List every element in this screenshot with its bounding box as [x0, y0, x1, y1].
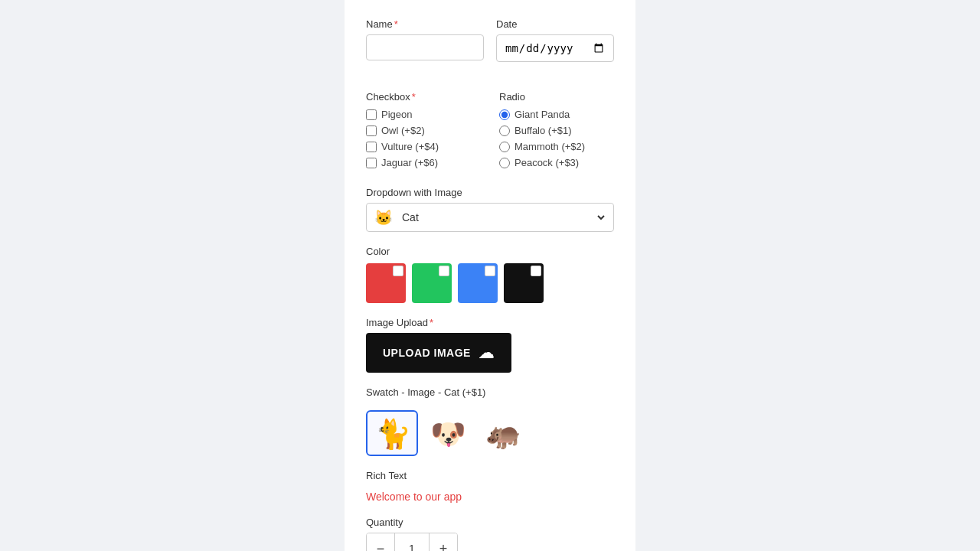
radio-buffalo-label: Buffalo (+$1) — [514, 125, 572, 136]
color-section: Color — [366, 246, 614, 303]
radio-peacock[interactable] — [499, 158, 510, 168]
color-swatch-green[interactable] — [412, 263, 452, 303]
swatch-images-container: 🐈 🐶 🦛 — [366, 410, 614, 456]
swatch-image-cat[interactable]: 🐈 — [366, 410, 418, 456]
swatch-image-label: Swatch - Image - Cat (+$1) — [366, 386, 614, 398]
rich-text-content: Welcome to our app — [366, 491, 614, 503]
swatch-image-hippo[interactable]: 🦛 — [476, 410, 528, 456]
radio-giant-panda[interactable] — [499, 109, 510, 120]
upload-image-button[interactable]: UPLOAD IMAGE ☁ — [366, 333, 511, 373]
rich-text-section: Rich Text Welcome to our app — [366, 470, 614, 503]
radio-item-mammoth[interactable]: Mammoth (+$2) — [499, 141, 614, 152]
radio-giant-panda-label: Giant Panda — [514, 109, 570, 120]
radio-item-buffalo[interactable]: Buffalo (+$1) — [499, 125, 614, 136]
radio-label: Radio — [499, 91, 614, 103]
checkbox-jaguar[interactable] — [366, 158, 377, 168]
color-swatch-black[interactable] — [504, 263, 544, 303]
quantity-increment-button[interactable]: + — [430, 533, 457, 551]
rich-text-label: Rich Text — [366, 470, 614, 481]
checkbox-label: Checkbox* — [366, 91, 481, 103]
swatch-image-section: Swatch - Image - Cat (+$1) 🐈 🐶 🦛 — [366, 386, 614, 456]
cat-icon: 🐱 — [373, 207, 394, 228]
svg-text:🐱: 🐱 — [374, 209, 394, 227]
checkbox-item-owl[interactable]: Owl (+$2) — [366, 125, 481, 136]
swatch-image-dog[interactable]: 🐶 — [421, 410, 473, 456]
color-swatches — [366, 263, 614, 303]
radio-item-peacock[interactable]: Peacock (+$3) — [499, 157, 614, 168]
date-input[interactable] — [496, 34, 614, 62]
svg-text:🦛: 🦛 — [485, 417, 521, 452]
radio-mammoth-label: Mammoth (+$2) — [514, 141, 585, 152]
checkbox-item-pigeon[interactable]: Pigeon — [366, 109, 481, 120]
quantity-label: Quantity — [366, 517, 614, 528]
color-swatch-red[interactable] — [366, 263, 406, 303]
checkbox-pigeon[interactable] — [366, 109, 377, 120]
image-upload-label: Image Upload* — [366, 317, 614, 328]
quantity-value: 1 — [394, 533, 430, 551]
radio-mammoth[interactable] — [499, 142, 510, 152]
svg-text:🐶: 🐶 — [430, 417, 466, 452]
name-label: Name* — [366, 18, 484, 30]
image-upload-section: Image Upload* UPLOAD IMAGE ☁ — [366, 317, 614, 373]
name-input[interactable] — [366, 34, 484, 60]
checkbox-vulture-label: Vulture (+$4) — [381, 141, 439, 152]
checkbox-pigeon-label: Pigeon — [381, 109, 412, 120]
green-swatch-checkbox — [439, 266, 449, 276]
quantity-decrement-button[interactable]: − — [367, 533, 394, 551]
checkbox-section: Checkbox* Pigeon Owl (+$2) Vulture (+$4)… — [366, 91, 481, 173]
color-label: Color — [366, 246, 614, 257]
black-swatch-checkbox — [531, 266, 541, 276]
date-label: Date — [496, 18, 614, 30]
quantity-stepper: − 1 + — [366, 533, 458, 551]
cloud-upload-icon: ☁ — [479, 344, 495, 362]
dropdown-image-wrapper[interactable]: 🐱 Cat Dog Bird — [366, 203, 614, 232]
color-swatch-blue[interactable] — [458, 263, 498, 303]
checkbox-item-vulture[interactable]: Vulture (+$4) — [366, 141, 481, 152]
red-swatch-checkbox — [393, 266, 403, 276]
blue-swatch-checkbox — [485, 266, 495, 276]
checkbox-owl-label: Owl (+$2) — [381, 125, 425, 136]
checkbox-owl[interactable] — [366, 126, 377, 136]
radio-item-giant-panda[interactable]: Giant Panda — [499, 109, 614, 120]
checkbox-item-jaguar[interactable]: Jaguar (+$6) — [366, 157, 481, 168]
radio-section: Radio Giant Panda Buffalo (+$1) Mammoth … — [499, 91, 614, 173]
dropdown-image-select[interactable]: Cat Dog Bird — [394, 210, 607, 224]
upload-image-text: UPLOAD IMAGE — [383, 347, 471, 359]
dropdown-image-label: Dropdown with Image — [366, 187, 614, 198]
checkbox-vulture[interactable] — [366, 142, 377, 152]
dropdown-image-section: Dropdown with Image 🐱 Cat Dog Bird — [366, 187, 614, 232]
radio-buffalo[interactable] — [499, 126, 510, 136]
svg-text:🐈: 🐈 — [375, 417, 411, 452]
radio-peacock-label: Peacock (+$3) — [514, 157, 579, 168]
quantity-section: Quantity − 1 + — [366, 517, 614, 551]
checkbox-jaguar-label: Jaguar (+$6) — [381, 157, 438, 168]
